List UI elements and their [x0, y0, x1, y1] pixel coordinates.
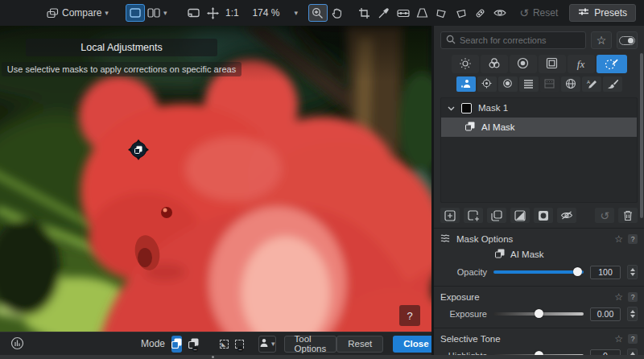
rect-select-add-button[interactable]: ◣ — [220, 336, 229, 353]
single-view-button[interactable] — [126, 4, 145, 22]
zoom-1to1-button[interactable]: 1:1 — [222, 4, 242, 22]
invert-mask-button[interactable] — [510, 208, 530, 223]
category-light-button[interactable] — [452, 55, 479, 73]
show-mask-eye-button[interactable] — [490, 4, 510, 22]
control-point-tool-button[interactable] — [477, 76, 497, 92]
reset-corrections-button[interactable]: ↺ Reset — [519, 6, 558, 19]
hand-tool-button[interactable] — [328, 4, 347, 22]
zoom-in-tool-button[interactable] — [308, 4, 328, 22]
category-detail-button[interactable] — [510, 55, 537, 73]
opacity-value[interactable]: 100 — [590, 266, 621, 279]
add-mask-button[interactable] — [464, 208, 483, 223]
repair-tool-button[interactable] — [471, 4, 490, 22]
ai-mask-pin[interactable] — [128, 139, 149, 160]
star-icon[interactable]: ☆ — [614, 334, 623, 344]
presets-button[interactable]: Presets — [569, 4, 636, 22]
exposure-header[interactable]: Exposure ☆ ? — [434, 289, 644, 304]
fx-icon: fx — [577, 58, 584, 71]
active-mask-chip: AI Mask — [434, 246, 644, 262]
corrections-toggle-button[interactable] — [617, 31, 638, 49]
tool-options-button[interactable]: Tool Options — [284, 336, 337, 353]
fit-screen-button[interactable] — [184, 4, 203, 22]
control-line-tool-button[interactable] — [498, 76, 518, 92]
histogram-icon[interactable] — [10, 336, 24, 352]
eye-icon — [493, 8, 506, 18]
ai-mask-add-button[interactable] — [171, 336, 182, 353]
image-canvas[interactable]: Local Adjustments Use selective masks to… — [0, 26, 431, 355]
horizon-icon — [397, 8, 410, 19]
new-mask-button[interactable] — [440, 208, 460, 223]
pan-move-button[interactable] — [203, 4, 222, 22]
mask-group-row[interactable]: Mask 1 — [441, 98, 637, 118]
star-icon: ☆ — [597, 35, 607, 46]
help-icon[interactable]: ? — [628, 234, 638, 244]
section-divider — [434, 286, 644, 287]
mode-label: Mode — [141, 338, 165, 349]
eyedropper-tool-button[interactable] — [374, 4, 394, 22]
ai-mask-subtract-button[interactable]: – — [188, 336, 199, 353]
invert-icon — [514, 210, 526, 221]
slider-knob[interactable] — [535, 309, 543, 318]
hide-masks-button[interactable] — [557, 208, 576, 223]
selective-tone-header[interactable]: Selective Tone ☆ ? — [434, 331, 644, 346]
exposure-value[interactable]: 0.00 — [590, 307, 621, 321]
hand-icon — [331, 7, 343, 19]
perspective-tool-button[interactable] — [413, 4, 432, 22]
horizon-tool-button[interactable] — [394, 4, 413, 22]
bottom-splitter[interactable] — [0, 355, 644, 359]
compare-label: Compare — [62, 7, 101, 19]
svg-text:A: A — [587, 80, 590, 85]
category-effects-button[interactable]: fx — [568, 55, 595, 73]
sphere-tool-button[interactable] — [561, 76, 580, 92]
correction-categories: fx — [434, 55, 644, 73]
panel-scrollbar[interactable] — [640, 53, 643, 218]
volume-icon — [455, 7, 467, 19]
help-icon[interactable]: ? — [628, 292, 638, 302]
exposure-slider[interactable] — [493, 312, 584, 316]
delete-mask-button[interactable] — [618, 208, 638, 223]
undo-mask-button[interactable]: ↺ — [595, 208, 614, 223]
category-color-button[interactable] — [481, 55, 508, 73]
graduated-filter-tool-button[interactable] — [540, 76, 559, 92]
category-geometry-button[interactable] — [539, 55, 566, 73]
auto-mask-pen-tool-button[interactable]: A — [582, 76, 601, 92]
split-view-button[interactable]: ▾ — [145, 4, 170, 22]
search-input[interactable] — [460, 35, 580, 45]
compare-button[interactable]: Compare ▾ — [44, 4, 111, 22]
duplicate-mask-button[interactable] — [487, 208, 506, 223]
zoom-level-dropdown[interactable]: 174 % ▾ — [250, 4, 300, 22]
search-corrections-box[interactable] — [440, 31, 586, 49]
mask-options-header[interactable]: Mask Options ☆ ? — [434, 231, 644, 246]
highlights-value[interactable]: 0 — [590, 349, 621, 356]
crop-tool-button[interactable] — [355, 4, 374, 22]
color-circles-icon — [488, 57, 501, 71]
ai-mask-tool-button[interactable] — [456, 76, 476, 92]
distortion-tool-button[interactable] — [432, 4, 452, 22]
reset-label: Reset — [533, 7, 558, 19]
highlights-row: Highlights 0 — [434, 347, 644, 355]
exposure-title: Exposure — [440, 292, 480, 302]
opacity-row: Opacity 100 — [434, 263, 644, 281]
favorites-button[interactable]: ☆ — [591, 31, 612, 49]
help-icon[interactable]: ? — [628, 334, 638, 344]
brush-tool-button[interactable] — [603, 76, 622, 92]
highlights-stepper[interactable] — [627, 349, 638, 355]
opacity-stepper[interactable] — [627, 265, 638, 279]
star-icon[interactable]: ☆ — [614, 292, 623, 302]
help-button[interactable]: ? — [399, 305, 420, 326]
luminosity-mask-tool-button[interactable] — [519, 76, 539, 92]
mask-overlay-button[interactable] — [534, 208, 553, 223]
zoom-level-value: 174 % — [252, 7, 279, 19]
opacity-slider[interactable] — [493, 270, 584, 274]
exposure-stepper[interactable] — [627, 307, 638, 321]
rect-select-subtract-button[interactable]: – — [235, 336, 244, 353]
slider-knob[interactable] — [573, 267, 582, 276]
mask-item-row-selected[interactable]: AI Mask — [441, 118, 637, 137]
mask-item-label: AI Mask — [481, 122, 515, 132]
close-button[interactable]: Close — [393, 336, 431, 353]
volume-tool-button[interactable] — [452, 4, 471, 22]
bottom-reset-button[interactable]: Reset — [336, 336, 383, 353]
subject-select-dropdown[interactable]: ▾ — [258, 336, 276, 353]
category-local-adjustments-button[interactable] — [597, 55, 627, 73]
star-icon[interactable]: ☆ — [614, 234, 623, 244]
